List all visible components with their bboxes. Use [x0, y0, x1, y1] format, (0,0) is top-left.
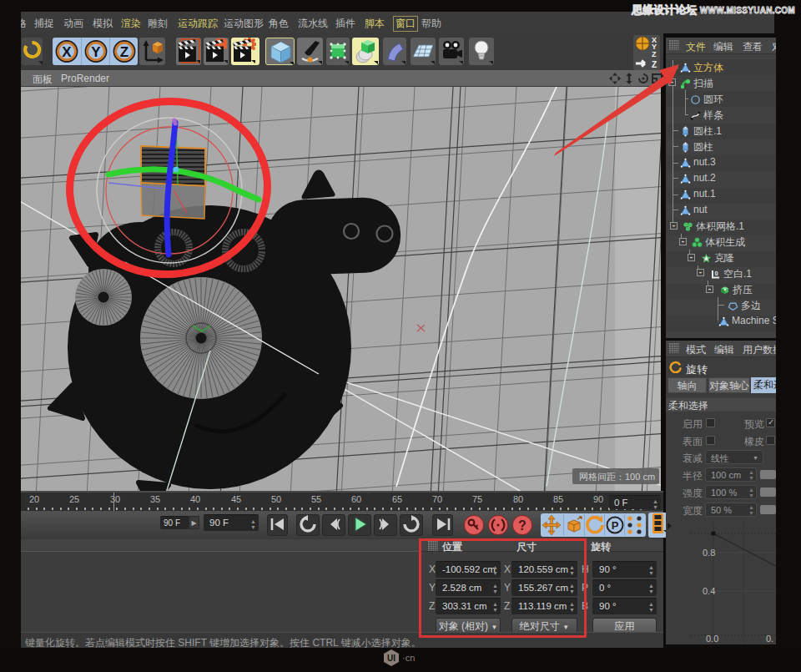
- svg-text:X: X: [62, 44, 72, 60]
- svg-text:Y: Y: [91, 44, 101, 60]
- svg-text:0.0: 0.0: [706, 634, 718, 644]
- svg-text:P: P: [612, 519, 619, 532]
- svg-text:0.8: 0.8: [703, 548, 715, 558]
- svg-text:UI: UI: [387, 654, 395, 663]
- svg-text:·cn: ·cn: [402, 653, 415, 663]
- svg-text:?: ?: [518, 518, 526, 533]
- svg-text:0.4: 0.4: [703, 586, 715, 596]
- svg-text:Z: Z: [120, 44, 128, 60]
- svg-text:0.: 0.: [766, 634, 773, 644]
- svg-text:网格间距：100 cm: 网格间距：100 cm: [579, 472, 655, 482]
- svg-text:0: 0: [715, 269, 718, 276]
